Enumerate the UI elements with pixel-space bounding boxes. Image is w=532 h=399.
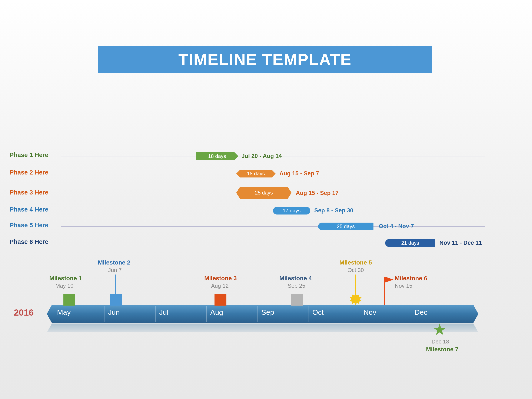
phase-duration: 25 days [255,190,273,196]
month-label: Oct [312,308,324,317]
milestone-date: Sep 25 [288,283,305,289]
milestone-date: Oct 30 [348,267,364,273]
month-label: Jun [108,308,120,317]
phase-label: Phase 2 Here [10,169,48,176]
phase-label: Phase 4 Here [10,206,48,213]
phase-row: Phase 5 Here 25 days Oct 4 - Nov 7 [10,222,485,232]
phase-bar: 18 days [196,152,238,160]
milestone-name: Milestone 5 [339,259,372,266]
milestone-date: Dec 18 [431,338,449,345]
phase-range: Nov 11 - Dec 11 [439,240,482,246]
milestone-date: May 10 [55,283,73,289]
phase-bar: 17 days [273,207,310,215]
phase-label: Phase 5 Here [10,222,48,229]
month-label: Sep [261,308,274,317]
phase-duration: 18 days [247,171,265,177]
phase-row: Phase 6 Here 21 days Nov 11 - Dec 11 [10,238,485,248]
milestone-date: Nov 15 [395,283,412,289]
phase-label: Phase 6 Here [10,238,48,245]
milestone-stem [115,274,116,294]
milestone-name: Milestone 2 [98,259,130,266]
month-label: May [57,308,71,317]
starburst-icon [350,293,361,305]
month-tick [309,306,309,322]
phase-duration: 18 days [208,153,226,159]
square-icon [291,294,303,306]
phase-guideline [61,226,485,227]
square-icon [110,294,122,306]
phase-bar: 21 days [385,239,435,247]
phase-label: Phase 1 Here [10,152,48,158]
milestone-date: Jun 7 [108,267,122,273]
phase-duration: 21 days [401,240,419,246]
phase-range: Oct 4 - Nov 7 [379,223,414,230]
phase-bar: 25 days [318,223,374,230]
phase-duration: 17 days [283,208,300,214]
phase-range: Aug 15 - Sep 17 [296,190,339,196]
month-tick [155,306,156,322]
milestone-stem [355,274,356,296]
month-tick [360,306,360,322]
phase-range: Aug 15 - Sep 7 [279,170,319,177]
milestone-date: Aug 12 [211,283,228,289]
milestone-name: Milestone 6 [395,275,427,282]
timeline-reflection [47,323,478,336]
phase-bar: 25 days [236,187,291,199]
month-label: Aug [210,308,223,317]
month-label: Nov [363,308,376,317]
month-label: Dec [415,308,427,317]
phase-duration: 25 days [337,223,355,229]
month-tick [206,306,207,322]
milestone-name: Milestone 1 [49,275,82,282]
phase-row: Phase 4 Here 17 days Sep 8 - Sep 30 [10,206,485,216]
milestone-name: Milestone 4 [279,275,312,282]
phase-range: Sep 8 - Sep 30 [314,207,353,214]
phase-row: Phase 2 Here 18 days Aug 15 - Sep 7 [10,169,485,179]
flag-triangle [385,277,393,283]
title-text: TIMELINE TEMPLATE [178,50,352,69]
square-icon [215,294,226,306]
milestone-name: Milestone 3 [204,275,237,282]
year-label: 2016 [14,308,34,318]
phase-row: Phase 1 Here 18 days Jul 20 - Aug 14 [10,152,485,161]
phase-label: Phase 3 Here [10,189,48,196]
phase-bar: 18 days [236,170,276,177]
month-tick [411,306,411,322]
month-label: Jul [159,308,168,317]
phase-range: Jul 20 - Aug 14 [241,153,282,159]
milestone-name: Milestone 7 [426,346,458,353]
square-icon [63,294,75,306]
title-banner: TIMELINE TEMPLATE [98,46,432,73]
phase-row: Phase 3 Here 25 days Aug 15 - Sep 17 [10,186,485,199]
